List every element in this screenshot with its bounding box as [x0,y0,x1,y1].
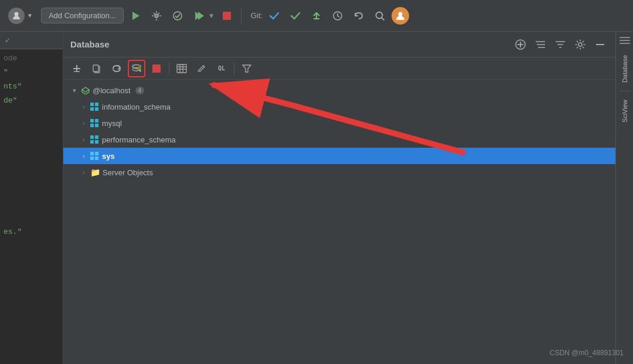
user-menu-button[interactable]: ▼ [5,5,36,26]
filter-button-header[interactable] [552,36,569,53]
database-toolbar: QL [63,57,615,80]
git-check-blue-button[interactable] [265,6,284,25]
svg-rect-7 [223,12,231,20]
tree-item-performance-schema[interactable]: › performance_schema [63,131,615,148]
db-copy-button[interactable] [88,60,106,77]
svg-rect-54 [90,152,94,155]
add-datasource-button[interactable] [512,36,529,53]
db-grid-icon-info [90,103,100,111]
svg-rect-47 [95,119,98,123]
root-label: @localhost [93,86,131,95]
svg-point-3 [155,15,158,17]
svg-marker-6 [198,12,204,20]
svg-point-0 [15,12,19,16]
stop-button[interactable] [217,6,236,25]
sys-chevron-icon: › [80,153,88,159]
svg-rect-51 [95,135,98,139]
git-label: Git: [251,11,263,20]
git-check-green-button[interactable] [286,6,305,25]
svg-marker-1 [132,12,139,20]
database-tree: ▼ @localhost 4 › [63,80,615,364]
git-push-button[interactable] [307,6,326,25]
svg-rect-32 [152,64,161,73]
root-badge: 4 [135,87,145,94]
debug-button[interactable] [147,6,166,25]
editor-line-4: de" [0,94,63,108]
db-refresh-button[interactable] [108,60,125,77]
tree-item-server-objects[interactable]: › 📁 Server Objects [63,164,615,181]
sidebar-tab-database[interactable]: Database [619,50,631,87]
db-add-button[interactable] [68,60,86,77]
coverage-button[interactable] [168,6,187,25]
db-table-view-button[interactable] [173,60,190,77]
db-stop-button[interactable] [148,60,165,77]
mysql-chevron-icon: › [80,120,88,127]
group-by-button[interactable] [532,36,549,53]
tree-root-localhost[interactable]: ▼ @localhost 4 [63,82,615,98]
svg-rect-45 [95,107,98,111]
db-sql-console-button[interactable]: QL [213,60,230,77]
add-configuration-button[interactable]: Add Configuration... [41,8,124,23]
svg-point-13 [398,12,402,16]
user-chevron-icon: ▼ [27,12,33,19]
svg-rect-44 [90,107,94,111]
mysql-label: mysql [102,119,122,128]
svg-point-4 [173,12,182,20]
svg-line-12 [382,18,384,20]
editor-check-icon: ✓ [5,36,11,45]
server-objects-label: Server Objects [103,168,153,177]
editor-line-2: " [0,66,63,80]
svg-rect-29 [93,65,98,72]
db-properties-button[interactable] [128,60,145,77]
perf-schema-chevron-icon: › [80,137,88,143]
run-options-button[interactable] [189,6,208,25]
info-schema-label: information_schema [102,103,171,111]
sidebar-tab-sciview[interactable]: SciView [619,95,631,127]
server-objects-folder-icon: 📁 [90,168,100,177]
top-toolbar: ▼ Add Configuration... ▼ [0,0,633,32]
add-config-label: Add Configuration... [49,11,116,20]
svg-rect-55 [95,152,98,155]
main-area: ✓ ode " nts" de" es." Database [0,32,633,364]
svg-rect-49 [95,124,98,127]
db-edit-button[interactable] [193,60,210,77]
sidebar-divider [619,91,631,91]
editor-panel: ✓ ode " nts" de" es." [0,32,63,364]
db-toolbar-separator-1 [169,62,169,75]
run-button[interactable] [126,6,145,25]
tree-item-information-schema[interactable]: › information_schema [63,98,615,115]
svg-line-38 [203,66,205,67]
editor-tab[interactable]: ✓ [5,36,11,45]
editor-line-3: nts" [0,80,63,94]
svg-rect-60 [620,43,630,44]
database-panel-title: Database [70,39,110,49]
svg-rect-57 [95,157,98,160]
search-button[interactable] [370,6,389,25]
svg-rect-43 [95,103,98,106]
perf-schema-label: performance_schema [102,135,176,144]
svg-rect-50 [90,135,94,139]
collapse-button-header[interactable] [592,36,608,53]
localhost-icon [81,86,90,94]
editor-tab-bar: ✓ [0,32,63,49]
database-header: Database [63,32,615,57]
right-sidebar: Database SciView [615,32,633,364]
svg-rect-52 [90,140,94,144]
db-toolbar-separator-2 [234,62,234,75]
editor-line-5: es." [0,225,63,239]
user-profile-button[interactable] [392,7,409,25]
database-header-icons [512,36,608,53]
undo-button[interactable] [349,6,368,25]
settings-button-header[interactable] [572,36,588,53]
tree-item-mysql[interactable]: › mysql [63,115,615,131]
db-filter-button[interactable] [238,60,256,77]
git-history-button[interactable] [328,6,347,25]
server-objects-chevron-icon: › [80,169,88,176]
svg-point-23 [578,43,582,46]
database-panel: Database [63,32,615,364]
root-chevron-icon: ▼ [70,87,79,94]
db-grid-icon-mysql [90,119,100,127]
sidebar-hamburger-icon[interactable] [618,34,631,47]
db-grid-icon-sys [90,152,100,160]
tree-item-sys[interactable]: › sys [63,148,615,164]
